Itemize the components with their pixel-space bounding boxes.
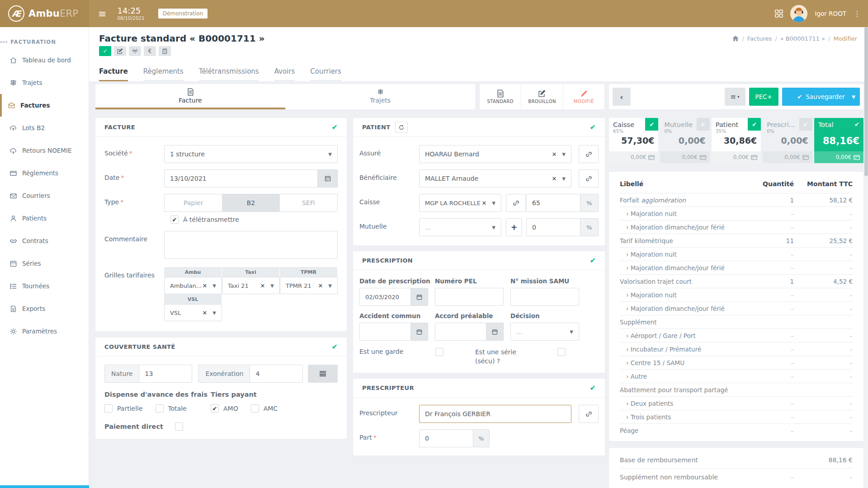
summary-card-patient[interactable]: ✔ Patient 35% 30,86€ 0,00€ [712,118,761,163]
sidebar-item-reglements[interactable]: Règlements [0,162,89,184]
home-icon[interactable] [732,36,739,42]
paiement-direct-checkbox[interactable] [175,422,183,431]
user-menu-dots-icon[interactable]: ⋮ [854,9,861,18]
edit-button[interactable] [114,46,126,56]
clear-icon[interactable]: ✕ [318,282,323,289]
user-name[interactable]: Igor ROOT [815,10,846,17]
breadcrumb-link-factures[interactable]: Factures [747,35,772,42]
breadcrumb-link-invoice[interactable]: « B00001711 » [780,35,825,42]
clear-icon[interactable]: ✕ [202,282,207,289]
dispense-totale-checkbox[interactable] [156,404,164,413]
options-menu-button[interactable]: ≡▾ [725,88,745,106]
sidebar-item-tournees[interactable]: Tournées [0,275,89,297]
app-logo[interactable]: Æ AmbuERP [0,0,89,27]
menu-toggle-icon[interactable]: ≡ [98,8,106,19]
save-button[interactable]: ✔ Sauvegarder ▼ [782,88,860,106]
user-avatar[interactable] [790,5,807,22]
societe-select[interactable]: 1 structure ▼ [164,145,338,163]
mode-modifie-button[interactable]: MODIFIÉ [563,84,604,109]
assure-select[interactable]: HOARAU Bernard ✕ ▼ [419,145,571,163]
accord-prealable-input[interactable] [435,323,486,341]
date-prescription-input[interactable] [359,288,411,306]
calendar-button[interactable] [486,323,504,341]
caisse-select[interactable]: MGP LA ROCHELLE ✕ ▼ [419,194,501,212]
sidebar-item-trajets[interactable]: Trajets [0,71,89,94]
summary-card-prescripteur[interactable]: ✔ Prescri... 0% 0,00€ 0,00€ [763,118,812,163]
chevron-down-icon[interactable]: ▼ [852,94,855,99]
sidebar-item-tableau-de-bord[interactable]: Tableau de bord [0,49,89,71]
grille-taxi-select[interactable]: Taxi 21 ✕ ▼ [222,277,280,294]
mutuelle-pct-input[interactable] [526,218,580,236]
sidebar-item-patients[interactable]: Patients [0,207,89,230]
teletransmission-button[interactable] [129,46,141,56]
summary-card-total[interactable]: ✔ Total 88,16€ 0,00€ [814,118,863,163]
beneficiaire-select[interactable]: MALLET Arnaude ✕ ▼ [419,169,571,188]
pec-button[interactable]: PEC+ [749,88,778,106]
coverage-list-button[interactable] [308,365,338,383]
prescripteur-input[interactable] [419,405,571,423]
clear-icon[interactable]: ✕ [202,310,207,316]
tiers-amo-checkbox[interactable]: ✔ [211,404,219,413]
type-option-papier[interactable]: Papier [165,194,222,211]
caisse-link-button[interactable] [506,194,526,212]
subtab-trajets[interactable]: Trajets [285,84,475,109]
sidebar-item-series[interactable]: Séries [0,252,89,275]
calendar-button[interactable] [411,288,428,306]
scrollbar-thumb[interactable] [864,27,868,176]
clear-icon[interactable]: ✕ [552,175,557,182]
date-input[interactable] [164,169,318,188]
calendar-button[interactable] [318,169,338,188]
refresh-button[interactable] [395,122,408,133]
summary-card-mutuelle[interactable]: ✔ Mutuelle 0% 0,00€ 0,00€ [660,118,709,163]
mission-samu-input[interactable] [510,288,579,306]
sidebar-item-factures[interactable]: Factures [0,94,89,117]
beneficiaire-link-button[interactable] [579,169,599,188]
type-option-b2[interactable]: B2 [222,194,279,211]
mutuelle-add-button[interactable]: + [506,218,522,236]
subtab-facture[interactable]: Facture [95,84,285,109]
nature-input[interactable] [139,365,192,383]
page-scrollbar[interactable] [864,27,868,488]
mode-brouillon-button[interactable]: BROUILLON [521,84,562,109]
prescripteur-link-button[interactable] [579,405,599,423]
sidebar-item-contrats[interactable]: Contrats [0,230,89,252]
validate-button[interactable]: ✓ [99,46,111,56]
mode-standard-button[interactable]: STANDARD [480,84,521,109]
sidebar-item-parametres[interactable]: Paramètres [0,320,89,343]
est-serie-checkbox[interactable] [557,348,566,356]
clear-icon[interactable]: ✕ [552,151,557,158]
sidebar-item-exports[interactable]: Exports [0,297,89,320]
type-option-sefi[interactable]: SEFi [280,194,337,211]
summary-card-caisse[interactable]: ✔ Caisse 65% 57,30€ 0,00€ [609,118,658,163]
est-garde-checkbox[interactable] [435,348,443,356]
commentaire-textarea[interactable] [164,231,338,259]
tiers-amc-checkbox[interactable] [251,404,259,413]
exoneration-input[interactable] [250,365,303,383]
sidebar-item-lots-b2[interactable]: Lots B2 [0,117,89,139]
calculator-button[interactable] [159,46,171,56]
grille-tpmr-select[interactable]: TPMR 21 ✕ ▼ [280,277,338,294]
grille-ambu-select[interactable]: Ambulan... ✕ ▼ [164,277,222,294]
clear-icon[interactable]: ✕ [481,200,486,206]
accident-commun-input[interactable] [359,323,411,341]
euro-button[interactable]: € [144,46,156,56]
caisse-pct-input[interactable] [526,194,580,212]
teletransmettre-checkbox[interactable]: ✔ [170,216,179,224]
assure-link-button[interactable] [579,145,599,163]
calendar-button[interactable] [411,323,428,341]
tab-courriers[interactable]: Courriers [310,67,341,81]
tab-teletransmissions[interactable]: Télétransmissions [199,67,259,81]
tab-facture[interactable]: Facture [99,67,128,81]
tab-avoirs[interactable]: Avoirs [274,67,295,81]
grille-vsl-select[interactable]: VSL ✕ ▼ [164,304,222,321]
apps-grid-icon[interactable] [775,9,783,18]
part-input[interactable] [419,429,473,447]
sidebar-item-courriers[interactable]: Courriers [0,184,89,207]
mutuelle-select[interactable]: ... ▼ [419,218,501,236]
clear-icon[interactable]: ✕ [260,282,265,289]
tab-reglements[interactable]: Règlements [143,67,184,81]
numero-pel-input[interactable] [435,288,504,306]
decision-select[interactable]: ... ▼ [510,323,579,341]
back-button[interactable]: ‹ [613,88,631,106]
sidebar-item-retours-noemie[interactable]: Retours NOEMIE [0,139,89,162]
